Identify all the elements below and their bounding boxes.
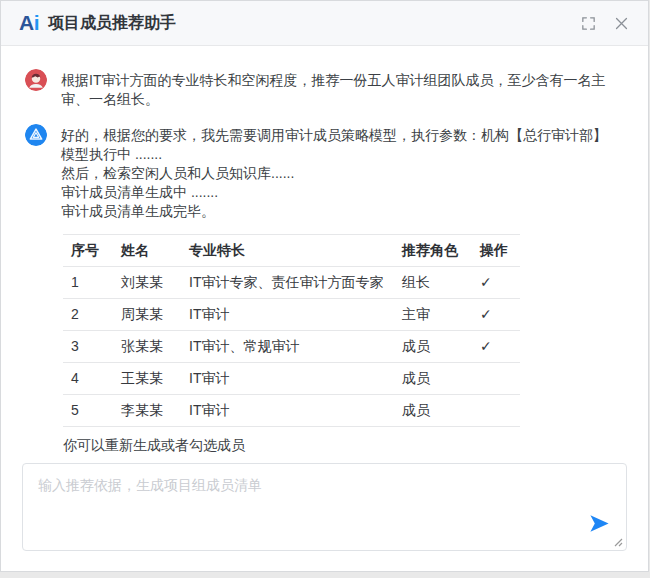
recommendation-input[interactable] — [23, 464, 626, 550]
check-mark[interactable]: ✓ — [472, 267, 520, 299]
page-title: 项目成员推荐助手 — [48, 13, 176, 34]
check-mark[interactable]: ✓ — [472, 299, 520, 331]
table-header-row: 序号 姓名 专业特长 推荐角色 操作 — [63, 235, 520, 267]
table-row: 3 张某某 IT审计、常规审计 成员 ✓ — [63, 331, 520, 363]
ai-line: 审计成员清单生成中 ....... — [61, 183, 607, 202]
cell-name: 张某某 — [113, 331, 181, 363]
col-header-role: 推荐角色 — [394, 235, 472, 267]
cell-role: 成员 — [394, 395, 472, 427]
table-row: 4 王某某 IT审计 成员 — [63, 363, 520, 395]
cell-specialty: IT审计 — [181, 363, 394, 395]
regenerate-hint: 你可以重新生成或者勾选成员 — [63, 436, 607, 455]
col-header-no: 序号 — [63, 235, 113, 267]
cell-name: 王某某 — [113, 363, 181, 395]
ai-message: 好的，根据您的要求，我先需要调用审计成员策略模型，执行参数：机构【总行审计部】 … — [25, 124, 624, 491]
cell-specialty: IT审计 — [181, 395, 394, 427]
ai-message-body: 好的，根据您的要求，我先需要调用审计成员策略模型，执行参数：机构【总行审计部】 … — [61, 124, 607, 491]
col-header-name: 姓名 — [113, 235, 181, 267]
cell-no: 1 — [63, 267, 113, 299]
table-row: 2 周某某 IT审计 主审 ✓ — [63, 299, 520, 331]
user-avatar — [25, 69, 47, 91]
cell-no: 5 — [63, 395, 113, 427]
ai-avatar — [25, 124, 47, 146]
cell-specialty: IT审计、常规审计 — [181, 331, 394, 363]
cell-no: 4 — [63, 363, 113, 395]
user-message-text: 根据IT审计方面的专业特长和空闲程度，推荐一份五人审计组团队成员，至少含有一名主… — [61, 69, 624, 109]
cell-name: 李某某 — [113, 395, 181, 427]
user-message: 根据IT审计方面的专业特长和空闲程度，推荐一份五人审计组团队成员，至少含有一名主… — [25, 69, 624, 109]
members-table: 序号 姓名 专业特长 推荐角色 操作 1 刘某某 IT审计专家、责任审计方面专家 — [63, 234, 520, 427]
ai-line: 模型执行中 ....... — [61, 145, 607, 164]
cell-name: 刘某某 — [113, 267, 181, 299]
ai-line: 好的，根据您的要求，我先需要调用审计成员策略模型，执行参数：机构【总行审计部】 — [61, 126, 607, 145]
col-header-specialty: 专业特长 — [181, 235, 394, 267]
ai-logo-letter-i: i — [34, 11, 39, 34]
cell-no: 2 — [63, 299, 113, 331]
cell-role: 主审 — [394, 299, 472, 331]
chat-area: 根据IT审计方面的专业特长和空闲程度，推荐一份五人审计组团队成员，至少含有一名主… — [1, 46, 648, 491]
cell-no: 3 — [63, 331, 113, 363]
cell-role: 成员 — [394, 331, 472, 363]
ai-line: 然后，检索空闲人员和人员知识库...... — [61, 164, 607, 183]
resize-grip-icon[interactable] — [613, 537, 623, 547]
ai-line: 审计成员清单生成完毕。 — [61, 202, 607, 221]
cell-specialty: IT审计 — [181, 299, 394, 331]
cell-name: 周某某 — [113, 299, 181, 331]
cell-role: 成员 — [394, 363, 472, 395]
table-row: 5 李某某 IT审计 成员 — [63, 395, 520, 427]
check-mark[interactable] — [472, 363, 520, 395]
cell-role: 组长 — [394, 267, 472, 299]
header-actions — [580, 15, 630, 32]
input-area — [22, 463, 627, 551]
table-row: 1 刘某某 IT审计专家、责任审计方面专家 组长 ✓ — [63, 267, 520, 299]
close-icon[interactable] — [613, 15, 630, 32]
col-header-action: 操作 — [472, 235, 520, 267]
ai-logo-letter-a: A — [19, 11, 34, 34]
check-mark[interactable]: ✓ — [472, 331, 520, 363]
assistant-window: Ai 项目成员推荐助手 根据IT审计方面的专业特长和空闲程度，推荐一份五人审计组… — [0, 0, 649, 572]
send-icon[interactable] — [588, 512, 611, 535]
check-mark[interactable] — [472, 395, 520, 427]
window-header: Ai 项目成员推荐助手 — [1, 1, 648, 46]
fullscreen-icon[interactable] — [580, 15, 597, 32]
ai-logo: Ai — [19, 11, 39, 35]
cell-specialty: IT审计专家、责任审计方面专家 — [181, 267, 394, 299]
